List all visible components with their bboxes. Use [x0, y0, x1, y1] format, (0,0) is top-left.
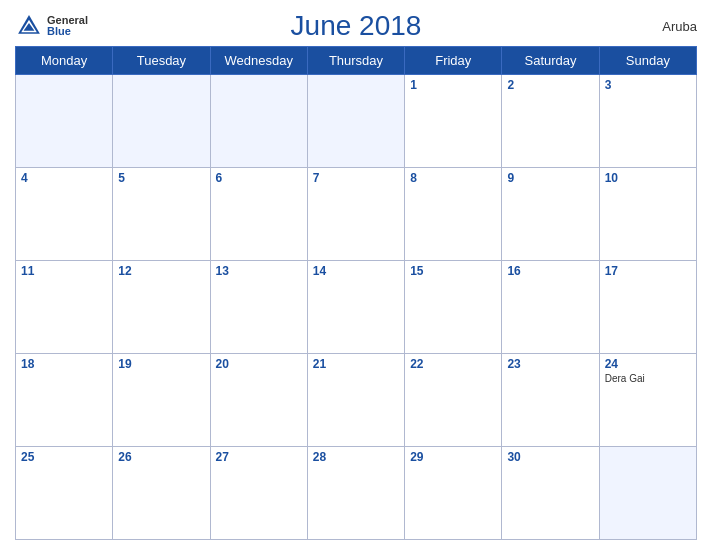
day-number: 6 [216, 171, 302, 185]
calendar-cell [599, 447, 696, 540]
calendar-cell: 13 [210, 261, 307, 354]
day-number: 22 [410, 357, 496, 371]
day-number: 16 [507, 264, 593, 278]
calendar-cell: 2 [502, 75, 599, 168]
calendar-cell: 22 [405, 354, 502, 447]
calendar-week-5: 252627282930 [16, 447, 697, 540]
col-thursday: Thursday [307, 47, 404, 75]
calendar-cell: 29 [405, 447, 502, 540]
day-number: 17 [605, 264, 691, 278]
logo-icon [15, 12, 43, 40]
calendar-header: General Blue June 2018 Aruba [15, 10, 697, 42]
day-number: 27 [216, 450, 302, 464]
day-number: 2 [507, 78, 593, 92]
logo-blue: Blue [47, 26, 88, 37]
day-number: 20 [216, 357, 302, 371]
logo: General Blue [15, 12, 88, 40]
col-saturday: Saturday [502, 47, 599, 75]
calendar-cell: 28 [307, 447, 404, 540]
calendar-cell: 26 [113, 447, 210, 540]
calendar-cell: 27 [210, 447, 307, 540]
day-number: 8 [410, 171, 496, 185]
day-number: 18 [21, 357, 107, 371]
day-number: 26 [118, 450, 204, 464]
calendar-table: Monday Tuesday Wednesday Thursday Friday… [15, 46, 697, 540]
day-number: 11 [21, 264, 107, 278]
day-number: 13 [216, 264, 302, 278]
calendar-cell [307, 75, 404, 168]
calendar-cell: 17 [599, 261, 696, 354]
day-number: 25 [21, 450, 107, 464]
calendar-cell [16, 75, 113, 168]
day-number: 3 [605, 78, 691, 92]
calendar-week-1: 123 [16, 75, 697, 168]
calendar-week-3: 11121314151617 [16, 261, 697, 354]
calendar-cell: 10 [599, 168, 696, 261]
calendar-cell: 16 [502, 261, 599, 354]
calendar-week-2: 45678910 [16, 168, 697, 261]
day-number: 14 [313, 264, 399, 278]
day-number: 30 [507, 450, 593, 464]
weekday-header-row: Monday Tuesday Wednesday Thursday Friday… [16, 47, 697, 75]
event-label: Dera Gai [605, 373, 691, 384]
day-number: 4 [21, 171, 107, 185]
calendar-cell: 18 [16, 354, 113, 447]
calendar-cell: 8 [405, 168, 502, 261]
calendar-cell: 11 [16, 261, 113, 354]
day-number: 1 [410, 78, 496, 92]
calendar-cell: 3 [599, 75, 696, 168]
calendar-cell: 15 [405, 261, 502, 354]
logo-text: General Blue [47, 15, 88, 37]
calendar-cell: 25 [16, 447, 113, 540]
calendar-cell: 12 [113, 261, 210, 354]
day-number: 21 [313, 357, 399, 371]
day-number: 10 [605, 171, 691, 185]
calendar-cell: 30 [502, 447, 599, 540]
calendar-cell: 23 [502, 354, 599, 447]
calendar-cell: 20 [210, 354, 307, 447]
col-monday: Monday [16, 47, 113, 75]
calendar-cell: 5 [113, 168, 210, 261]
calendar-cell: 21 [307, 354, 404, 447]
day-number: 15 [410, 264, 496, 278]
day-number: 5 [118, 171, 204, 185]
calendar-week-4: 18192021222324Dera Gai [16, 354, 697, 447]
day-number: 23 [507, 357, 593, 371]
country-name: Aruba [662, 19, 697, 34]
calendar-title: June 2018 [291, 10, 422, 42]
day-number: 29 [410, 450, 496, 464]
day-number: 9 [507, 171, 593, 185]
day-number: 28 [313, 450, 399, 464]
calendar-cell: 1 [405, 75, 502, 168]
calendar-cell: 9 [502, 168, 599, 261]
day-number: 12 [118, 264, 204, 278]
calendar-cell: 4 [16, 168, 113, 261]
calendar-cell: 24Dera Gai [599, 354, 696, 447]
calendar-cell [113, 75, 210, 168]
day-number: 19 [118, 357, 204, 371]
calendar-cell: 14 [307, 261, 404, 354]
calendar-cell [210, 75, 307, 168]
col-tuesday: Tuesday [113, 47, 210, 75]
calendar-cell: 6 [210, 168, 307, 261]
day-number: 24 [605, 357, 691, 371]
col-friday: Friday [405, 47, 502, 75]
calendar-cell: 7 [307, 168, 404, 261]
day-number: 7 [313, 171, 399, 185]
calendar-cell: 19 [113, 354, 210, 447]
col-sunday: Sunday [599, 47, 696, 75]
col-wednesday: Wednesday [210, 47, 307, 75]
